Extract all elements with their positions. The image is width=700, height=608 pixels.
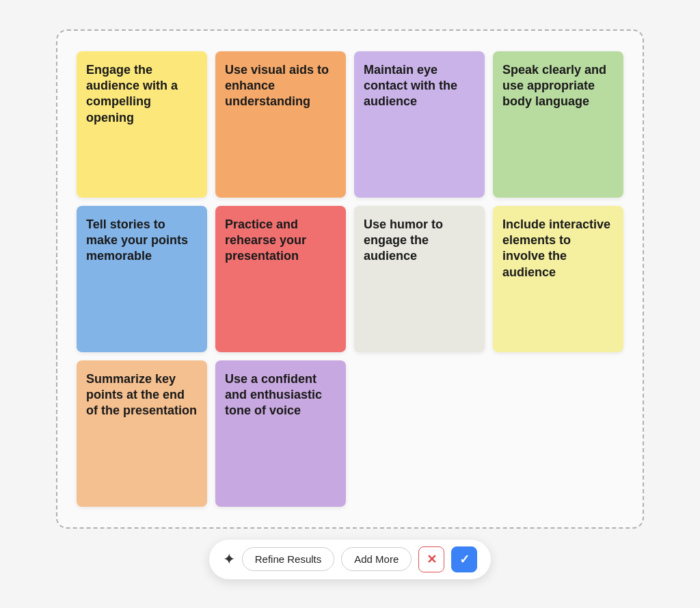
- card-3-text: Maintain eye contact with the audience: [364, 62, 475, 110]
- card-5-text: Tell stories to make your points memorab…: [86, 217, 198, 265]
- card-6-text: Practice and rehearse your presentation: [225, 217, 336, 265]
- sparkle-icon: ✦: [223, 551, 235, 568]
- card-9[interactable]: Summarize key points at the end of the p…: [77, 360, 207, 507]
- card-7[interactable]: Use humor to engage the audience: [354, 206, 485, 352]
- card-10[interactable]: Use a confident and enthusiastic tone of…: [215, 360, 346, 507]
- page-container: Engage the audience with a compelling op…: [42, 24, 658, 585]
- card-8-text: Include interactive elements to involve …: [502, 217, 614, 281]
- x-button[interactable]: ✕: [418, 546, 444, 572]
- cards-row-2: Tell stories to make your points memorab…: [77, 206, 623, 352]
- bottom-toolbar: ✦ Refine Results Add More ✕ ✓: [209, 540, 492, 579]
- card-11-empty: [354, 360, 485, 507]
- cards-row-1: Engage the audience with a compelling op…: [77, 51, 623, 198]
- card-8[interactable]: Include interactive elements to involve …: [493, 206, 623, 352]
- refine-results-button[interactable]: Refine Results: [242, 547, 335, 571]
- dashed-board: Engage the audience with a compelling op…: [56, 29, 644, 529]
- card-9-text: Summarize key points at the end of the p…: [86, 371, 198, 419]
- card-12-empty: [493, 360, 623, 507]
- card-2[interactable]: Use visual aids to enhance understanding: [215, 51, 346, 198]
- card-7-text: Use humor to engage the audience: [364, 217, 475, 265]
- card-1-text: Engage the audience with a compelling op…: [86, 62, 198, 127]
- card-5[interactable]: Tell stories to make your points memorab…: [77, 206, 207, 352]
- cards-row-3: Summarize key points at the end of the p…: [77, 360, 623, 507]
- card-3[interactable]: Maintain eye contact with the audience: [354, 51, 485, 198]
- card-1[interactable]: Engage the audience with a compelling op…: [77, 51, 207, 198]
- card-2-text: Use visual aids to enhance understanding: [225, 62, 336, 110]
- card-4-text: Speak clearly and use appropriate body l…: [502, 62, 614, 110]
- card-10-text: Use a confident and enthusiastic tone of…: [225, 371, 336, 419]
- check-button[interactable]: ✓: [451, 546, 477, 572]
- card-6[interactable]: Practice and rehearse your presentation: [215, 206, 346, 352]
- card-4[interactable]: Speak clearly and use appropriate body l…: [493, 51, 623, 198]
- add-more-button[interactable]: Add More: [341, 547, 412, 571]
